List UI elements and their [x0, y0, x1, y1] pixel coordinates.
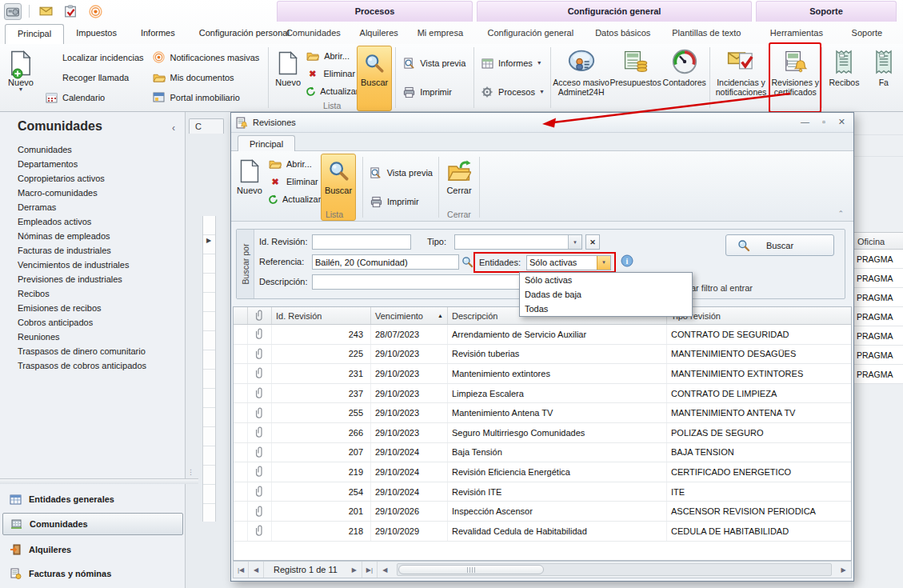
- column-header-vencimiento[interactable]: Vencimiento▲: [371, 307, 448, 324]
- sidebar-item[interactable]: Cobros anticipados: [0, 315, 185, 330]
- sidebar-item[interactable]: Comunidades: [0, 142, 185, 157]
- prev-record-icon[interactable]: ◀: [249, 562, 264, 578]
- minimize-icon[interactable]: —: [801, 117, 809, 127]
- column-header-tipo[interactable]: Tipo revisión: [667, 307, 851, 324]
- next-record-icon[interactable]: ▶: [347, 562, 362, 578]
- open-button[interactable]: Abrir...: [304, 47, 357, 65]
- delete-button[interactable]: ✖Eliminar: [304, 65, 357, 82]
- table-row[interactable]: ▶ 207 29/10/2024 Baja Tensión BAJA TENSI…: [234, 443, 851, 463]
- sidebar-item[interactable]: Traspasos de dinero comunitario: [0, 344, 185, 358]
- recibos-button[interactable]: Recibos: [824, 44, 864, 111]
- informes-menu-button[interactable]: Informes▼: [476, 54, 549, 74]
- sidebar-item[interactable]: Departamentos: [0, 157, 185, 171]
- table-row[interactable]: ▶ 231 29/10/2023 Mantenimiento extintore…: [234, 364, 851, 384]
- sidebar-item[interactable]: Emisiones de recibos: [0, 301, 185, 315]
- table-row[interactable]: ▶ 225 29/10/2023 Revisión tuberias MANTE…: [234, 345, 851, 365]
- referencia-input[interactable]: [312, 254, 459, 270]
- scroll-left-icon[interactable]: ◀: [378, 566, 393, 574]
- table-row[interactable]: ▶ 254 29/10/2024 Revisión ITE ITE: [234, 482, 851, 502]
- sidebar-item[interactable]: Previsiones de industriales: [0, 272, 185, 286]
- tab-impuestos[interactable]: Impuestos: [64, 24, 129, 44]
- info-icon[interactable]: i: [621, 254, 633, 267]
- refresh-button[interactable]: Actualizar: [266, 190, 321, 208]
- entidades-combobox[interactable]: ▼: [526, 255, 611, 270]
- entidades-combo-value[interactable]: [527, 256, 597, 270]
- sidebar-item[interactable]: Nóminas de empleados: [0, 229, 185, 243]
- context-tab[interactable]: Alquileres: [360, 28, 398, 38]
- portal-inmobiliario-button[interactable]: Portal inmobiliario: [148, 87, 264, 107]
- dropdown-option[interactable]: Todas: [520, 302, 692, 316]
- context-tab[interactable]: Comunidades: [286, 28, 341, 38]
- first-record-icon[interactable]: |◀: [234, 562, 249, 578]
- localizar-incidencias-button[interactable]: Localizar incidencias: [40, 47, 148, 67]
- column-header-id[interactable]: Id. Revisión: [272, 307, 371, 324]
- open-button[interactable]: Abrir...: [266, 155, 321, 173]
- facturas-button-partial[interactable]: Fa: [865, 44, 903, 111]
- tipo-combobox[interactable]: ▼: [454, 234, 582, 250]
- incidencias-button[interactable]: Incidencias y notificaciones: [712, 44, 771, 111]
- tab-informes[interactable]: Informes: [129, 24, 187, 44]
- collapse-chevron-icon[interactable]: ‹: [172, 122, 175, 134]
- vista-previa-button[interactable]: Vista previa: [365, 163, 437, 183]
- group-facturas-nominas[interactable]: Facturas y nóminas: [2, 562, 183, 585]
- tab-principal[interactable]: Principal: [5, 24, 64, 44]
- context-tab[interactable]: Datos básicos: [595, 28, 650, 38]
- phone-icon[interactable]: [4, 3, 22, 20]
- recoger-llamada-button[interactable]: Recoger llamada: [40, 67, 148, 87]
- lookup-magnifier-icon[interactable]: [461, 256, 473, 268]
- sidebar-item[interactable]: Reuniones: [0, 330, 185, 344]
- mis-documentos-button[interactable]: Mis documentos: [148, 67, 264, 87]
- group-alquileres[interactable]: Alquileres: [2, 538, 183, 561]
- group-comunidades[interactable]: Comunidades: [2, 513, 183, 535]
- mail-icon[interactable]: [37, 3, 54, 20]
- chevron-down-icon[interactable]: ▼: [597, 256, 610, 270]
- context-tab[interactable]: Plantillas de texto: [672, 28, 741, 38]
- new-button[interactable]: Nuevo ▼: [2, 46, 40, 111]
- scrollbar-thumb[interactable]: [398, 565, 544, 574]
- dropdown-option[interactable]: Dadas de baja: [520, 287, 692, 302]
- refresh-button[interactable]: Actualizar: [304, 82, 357, 100]
- calendario-button[interactable]: Calendario: [40, 87, 148, 107]
- tasks-icon[interactable]: [62, 3, 79, 20]
- close-icon[interactable]: ✕: [838, 117, 845, 127]
- notificaciones-masivas-button[interactable]: Notificaciones masivas: [148, 47, 264, 67]
- revisiones-certificados-button[interactable]: Revisiones y certificados: [770, 44, 820, 111]
- context-tab[interactable]: Soporte: [852, 28, 883, 38]
- presupuestos-button[interactable]: Presupuestos: [609, 44, 661, 111]
- sidebar-item[interactable]: Vencimientos de industriales: [0, 258, 185, 272]
- horizontal-scrollbar[interactable]: [397, 563, 832, 576]
- sidebar-item[interactable]: Empleados activos: [0, 214, 185, 229]
- scroll-right-icon[interactable]: ▶: [836, 566, 851, 574]
- context-tab[interactable]: Herramientas: [770, 28, 823, 38]
- dialog-tab-principal[interactable]: Principal: [238, 135, 295, 152]
- vista-previa-button[interactable]: Vista previa: [398, 54, 472, 74]
- acceso-masivo-button[interactable]: Acceso masivo Adminet24H: [553, 44, 610, 111]
- imprimir-button[interactable]: Imprimir: [365, 192, 437, 212]
- sidebar-item[interactable]: Facturas de industriales: [0, 243, 185, 258]
- sidebar-item[interactable]: Recibos: [0, 286, 185, 301]
- dropdown-option[interactable]: Sólo activas: [520, 273, 692, 287]
- sidebar-item[interactable]: Traspasos de cobros anticipados: [0, 358, 185, 373]
- sidebar-item[interactable]: Derramas: [0, 200, 185, 214]
- table-row[interactable]: ▶ 243 28/07/2023 Arrendamiento de Servic…: [234, 325, 851, 345]
- broadcast-icon[interactable]: [86, 3, 104, 20]
- context-tab[interactable]: Mi empresa: [418, 28, 463, 38]
- restore-icon[interactable]: ▫: [822, 117, 825, 127]
- last-record-icon[interactable]: ▶|: [362, 562, 378, 578]
- id-revision-input[interactable]: [312, 234, 411, 250]
- group-entidades-generales[interactable]: Entidades generales: [2, 488, 183, 510]
- table-row[interactable]: ▶ 201 29/10/2026 Inspección Ascensor ASC…: [234, 502, 851, 522]
- table-row[interactable]: ▶ 218 29/10/2029 Revalidad Cedula de Hab…: [234, 522, 851, 542]
- sidebar-splitter[interactable]: ⋮: [0, 478, 198, 484]
- contadores-button[interactable]: Contadores: [661, 44, 708, 111]
- collapse-ribbon-chevron-icon[interactable]: ⌃: [837, 210, 844, 218]
- table-row[interactable]: ▶ 255 29/10/2023 Mantenimiento Antena TV…: [234, 403, 851, 423]
- buscar-button[interactable]: Buscar: [725, 234, 834, 256]
- dialog-title-bar[interactable]: Revisiones — ▫ ✕: [231, 113, 853, 133]
- sidebar-item[interactable]: Copropietarios activos: [0, 171, 185, 186]
- procesos-menu-button[interactable]: Procesos▼: [476, 82, 549, 102]
- sidebar-item[interactable]: Macro-comunidades: [0, 186, 185, 200]
- table-row[interactable]: ▶ 219 29/10/2024 Revisión Eficiencia Ene…: [234, 462, 851, 482]
- delete-button[interactable]: ✖Eliminar: [266, 173, 321, 190]
- context-tab[interactable]: Configuración general: [488, 28, 574, 38]
